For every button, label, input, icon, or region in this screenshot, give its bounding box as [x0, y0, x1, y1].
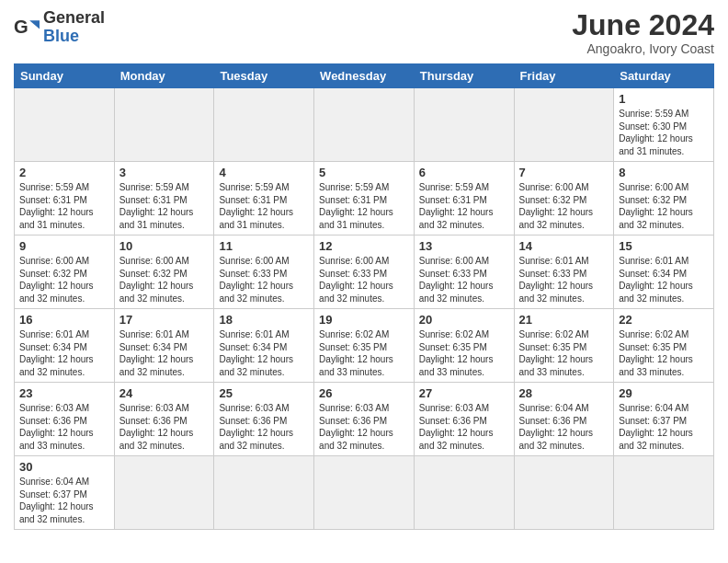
- day-number: 25: [219, 386, 309, 400]
- day-info: Sunrise: 6:01 AM Sunset: 6:34 PM Dayligh…: [219, 328, 309, 378]
- day-number: 13: [419, 239, 509, 253]
- calendar-table: SundayMondayTuesdayWednesdayThursdayFrid…: [14, 63, 714, 530]
- day-info: Sunrise: 6:03 AM Sunset: 6:36 PM Dayligh…: [319, 402, 409, 452]
- calendar-week-row: 1Sunrise: 5:59 AM Sunset: 6:30 PM Daylig…: [15, 88, 714, 162]
- day-number: 8: [619, 166, 709, 179]
- day-info: Sunrise: 6:04 AM Sunset: 6:37 PM Dayligh…: [19, 476, 109, 525]
- calendar-week-row: 9Sunrise: 6:00 AM Sunset: 6:32 PM Daylig…: [15, 236, 714, 309]
- calendar-cell: [114, 456, 214, 530]
- calendar-cell: 12Sunrise: 6:00 AM Sunset: 6:33 PM Dayli…: [314, 236, 415, 309]
- calendar-cell: 18Sunrise: 6:01 AM Sunset: 6:34 PM Dayli…: [214, 309, 314, 383]
- day-info: Sunrise: 6:01 AM Sunset: 6:34 PM Dayligh…: [619, 255, 709, 304]
- calendar-subtitle: Angoakro, Ivory Coast: [572, 41, 714, 56]
- day-number: 14: [519, 239, 609, 253]
- svg-text:G: G: [14, 17, 28, 37]
- calendar-cell: [114, 88, 214, 162]
- calendar-cell: 15Sunrise: 6:01 AM Sunset: 6:34 PM Dayli…: [614, 236, 714, 309]
- day-number: 5: [319, 166, 409, 179]
- logo-text: General Blue: [43, 9, 105, 46]
- calendar-cell: [314, 88, 415, 162]
- day-number: 27: [419, 386, 509, 400]
- weekday-header: Sunday: [15, 64, 115, 88]
- day-number: 7: [519, 166, 609, 179]
- weekday-header: Friday: [514, 64, 614, 88]
- calendar-cell: 7Sunrise: 6:00 AM Sunset: 6:32 PM Daylig…: [514, 162, 614, 236]
- calendar-cell: 5Sunrise: 5:59 AM Sunset: 6:31 PM Daylig…: [314, 162, 415, 236]
- logo-blue: Blue: [43, 27, 79, 45]
- weekday-header: Thursday: [414, 64, 514, 88]
- calendar-cell: 3Sunrise: 5:59 AM Sunset: 6:31 PM Daylig…: [114, 162, 214, 236]
- day-number: 24: [119, 386, 210, 400]
- day-number: 11: [219, 239, 309, 253]
- day-number: 30: [19, 460, 109, 474]
- day-info: Sunrise: 6:02 AM Sunset: 6:35 PM Dayligh…: [319, 328, 409, 378]
- day-info: Sunrise: 6:00 AM Sunset: 6:33 PM Dayligh…: [219, 255, 309, 304]
- logo-general: General: [43, 8, 105, 27]
- calendar-cell: 16Sunrise: 6:01 AM Sunset: 6:34 PM Dayli…: [15, 309, 115, 383]
- page-header: G General Blue June 2024 Angoakro, Ivory…: [14, 9, 714, 56]
- day-info: Sunrise: 6:04 AM Sunset: 6:36 PM Dayligh…: [519, 402, 609, 452]
- calendar-week-row: 23Sunrise: 6:03 AM Sunset: 6:36 PM Dayli…: [15, 383, 714, 456]
- calendar-cell: [214, 88, 314, 162]
- day-info: Sunrise: 6:02 AM Sunset: 6:35 PM Dayligh…: [519, 328, 609, 378]
- day-info: Sunrise: 5:59 AM Sunset: 6:31 PM Dayligh…: [219, 181, 309, 231]
- day-number: 6: [419, 166, 509, 179]
- calendar-cell: 10Sunrise: 6:00 AM Sunset: 6:32 PM Dayli…: [114, 236, 214, 309]
- day-number: 9: [19, 239, 109, 253]
- day-info: Sunrise: 6:00 AM Sunset: 6:32 PM Dayligh…: [19, 255, 109, 304]
- day-number: 12: [319, 239, 409, 253]
- calendar-week-row: 16Sunrise: 6:01 AM Sunset: 6:34 PM Dayli…: [15, 309, 714, 383]
- day-info: Sunrise: 6:03 AM Sunset: 6:36 PM Dayligh…: [19, 402, 109, 452]
- day-info: Sunrise: 5:59 AM Sunset: 6:30 PM Dayligh…: [619, 108, 709, 157]
- day-info: Sunrise: 5:59 AM Sunset: 6:31 PM Dayligh…: [319, 181, 409, 231]
- day-number: 10: [119, 239, 210, 253]
- calendar-cell: [314, 456, 415, 530]
- calendar-cell: 24Sunrise: 6:03 AM Sunset: 6:36 PM Dayli…: [114, 383, 214, 456]
- calendar-cell: 4Sunrise: 5:59 AM Sunset: 6:31 PM Daylig…: [214, 162, 314, 236]
- day-info: Sunrise: 5:59 AM Sunset: 6:31 PM Dayligh…: [19, 181, 109, 231]
- day-number: 20: [419, 313, 509, 327]
- calendar-cell: 1Sunrise: 5:59 AM Sunset: 6:30 PM Daylig…: [614, 88, 714, 162]
- day-number: 16: [19, 313, 109, 327]
- day-info: Sunrise: 6:01 AM Sunset: 6:34 PM Dayligh…: [119, 328, 210, 378]
- header-row: SundayMondayTuesdayWednesdayThursdayFrid…: [15, 64, 714, 88]
- logo-icon: G: [14, 15, 40, 40]
- day-info: Sunrise: 6:03 AM Sunset: 6:36 PM Dayligh…: [219, 402, 309, 452]
- calendar-cell: 11Sunrise: 6:00 AM Sunset: 6:33 PM Dayli…: [214, 236, 314, 309]
- title-block: June 2024 Angoakro, Ivory Coast: [572, 9, 714, 56]
- calendar-cell: [15, 88, 115, 162]
- day-info: Sunrise: 6:00 AM Sunset: 6:33 PM Dayligh…: [319, 255, 409, 304]
- day-info: Sunrise: 6:00 AM Sunset: 6:32 PM Dayligh…: [619, 181, 709, 231]
- day-info: Sunrise: 6:00 AM Sunset: 6:33 PM Dayligh…: [419, 255, 509, 304]
- day-number: 18: [219, 313, 309, 327]
- day-info: Sunrise: 6:01 AM Sunset: 6:34 PM Dayligh…: [19, 328, 109, 378]
- calendar-cell: [414, 88, 514, 162]
- day-number: 26: [319, 386, 409, 400]
- calendar-cell: 30Sunrise: 6:04 AM Sunset: 6:37 PM Dayli…: [15, 456, 115, 530]
- day-info: Sunrise: 6:01 AM Sunset: 6:33 PM Dayligh…: [519, 255, 609, 304]
- weekday-header: Monday: [114, 64, 214, 88]
- calendar-title: June 2024: [572, 9, 714, 41]
- calendar-week-row: 2Sunrise: 5:59 AM Sunset: 6:31 PM Daylig…: [15, 162, 714, 236]
- day-number: 1: [619, 92, 709, 106]
- weekday-header: Tuesday: [214, 64, 314, 88]
- weekday-header: Saturday: [614, 64, 714, 88]
- calendar-cell: 27Sunrise: 6:03 AM Sunset: 6:36 PM Dayli…: [414, 383, 514, 456]
- calendar-cell: 8Sunrise: 6:00 AM Sunset: 6:32 PM Daylig…: [614, 162, 714, 236]
- calendar-cell: [214, 456, 314, 530]
- day-info: Sunrise: 6:00 AM Sunset: 6:32 PM Dayligh…: [119, 255, 210, 304]
- day-number: 2: [19, 166, 109, 179]
- day-info: Sunrise: 6:02 AM Sunset: 6:35 PM Dayligh…: [619, 328, 709, 378]
- day-number: 23: [19, 386, 109, 400]
- day-number: 3: [119, 166, 210, 179]
- day-info: Sunrise: 6:00 AM Sunset: 6:32 PM Dayligh…: [519, 181, 609, 231]
- day-number: 21: [519, 313, 609, 327]
- day-info: Sunrise: 6:03 AM Sunset: 6:36 PM Dayligh…: [419, 402, 509, 452]
- calendar-cell: 29Sunrise: 6:04 AM Sunset: 6:37 PM Dayli…: [614, 383, 714, 456]
- calendar-cell: [514, 88, 614, 162]
- calendar-cell: 9Sunrise: 6:00 AM Sunset: 6:32 PM Daylig…: [15, 236, 115, 309]
- calendar-cell: 13Sunrise: 6:00 AM Sunset: 6:33 PM Dayli…: [414, 236, 514, 309]
- calendar-week-row: 30Sunrise: 6:04 AM Sunset: 6:37 PM Dayli…: [15, 456, 714, 530]
- calendar-cell: 2Sunrise: 5:59 AM Sunset: 6:31 PM Daylig…: [15, 162, 115, 236]
- day-number: 19: [319, 313, 409, 327]
